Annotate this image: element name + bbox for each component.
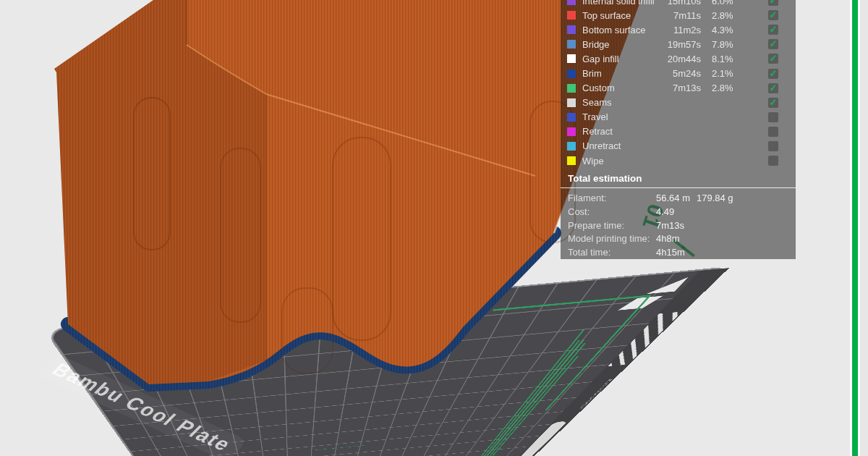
feature-label: Bottom surface (582, 25, 660, 35)
visibility-checkbox[interactable]: ✓ (768, 69, 778, 79)
visibility-checkbox[interactable] (768, 127, 778, 137)
visibility-checkbox[interactable] (768, 156, 778, 166)
estimation-label: Total time: (568, 247, 656, 258)
feature-percent: 7.8% (712, 39, 742, 50)
feature-color-swatch (567, 69, 576, 78)
visibility-checkbox[interactable] (768, 112, 778, 122)
visibility-checkbox[interactable]: ✓ (768, 0, 778, 6)
estimation-row: Prepare time: 7m13s (568, 219, 788, 232)
feature-percent: 2.1% (712, 68, 742, 79)
feature-time: 20m44s (660, 54, 701, 64)
visibility-checkbox[interactable]: ✓ (768, 39, 778, 49)
legend-row: Retract (561, 124, 796, 139)
print-statistics-panel: Internal solid infill 15m10s 6.0% ✓ Top … (561, 0, 796, 259)
estimation-row: Filament: 56.64 m 179.84 g (568, 191, 788, 205)
feature-color-swatch (567, 113, 576, 122)
right-accent-bar (850, 0, 868, 456)
legend-row: Bottom surface 11m2s 4.3% ✓ (561, 22, 796, 37)
visibility-checkbox[interactable]: ✓ (768, 98, 778, 108)
estimation-value: 4.49 (656, 206, 697, 217)
feature-time: 5m24s (660, 68, 701, 79)
estimation-value: 4h8m (656, 233, 697, 244)
visibility-checkbox[interactable] (768, 141, 778, 151)
feature-label: Retract (582, 126, 660, 137)
legend-row: Top surface 7m11s 2.8% ✓ (561, 8, 796, 22)
feature-label: Custom (582, 83, 660, 93)
feature-label: Bridge (582, 39, 660, 50)
feature-label: Travel (582, 111, 660, 122)
feature-color-swatch (567, 98, 576, 107)
feature-time: 15m10s (660, 0, 701, 7)
estimation-value: 4h15m (656, 247, 697, 258)
legend-row: Custom 7m13s 2.8% ✓ (561, 81, 796, 96)
feature-label: Gap infill (582, 54, 660, 64)
feature-percent: 4.3% (712, 25, 742, 35)
estimation-value: 56.64 m (656, 193, 697, 203)
feature-legend: Internal solid infill 15m10s 6.0% ✓ Top … (561, 0, 796, 168)
visibility-checkbox[interactable]: ✓ (768, 83, 778, 93)
feature-time: 7m11s (660, 10, 701, 21)
feature-percent: 2.8% (712, 10, 742, 21)
feature-label: Wipe (582, 156, 660, 166)
feature-time: 7m13s (660, 83, 701, 93)
feature-color-swatch (567, 11, 576, 20)
visibility-checkbox[interactable]: ✓ (768, 10, 778, 20)
feature-percent: 2.8% (712, 83, 742, 93)
legend-row: Seams ✓ (561, 96, 796, 110)
slicer-preview-viewport: BLUE STICK CAN HELP PLA Bambu Cool Plate (0, 0, 868, 456)
feature-color-swatch (567, 25, 576, 34)
feature-color-swatch (567, 40, 576, 48)
legend-row: Bridge 19m57s 7.8% ✓ (561, 37, 796, 51)
total-estimation-title: Total estimation (561, 173, 796, 188)
total-estimation-section: Total estimation Filament: 56.64 m 179.8… (561, 173, 796, 259)
feature-color-swatch (567, 0, 576, 5)
estimation-row: Model printing time: 4h8m (568, 232, 788, 246)
estimation-label: Filament: (568, 193, 656, 203)
estimation-value-2: 179.84 g (697, 193, 733, 203)
feature-color-swatch (567, 84, 576, 93)
legend-row: Brim 5m24s 2.1% ✓ (561, 66, 796, 80)
estimation-value: 7m13s (656, 220, 697, 231)
estimation-row: Cost: 4.49 (568, 205, 788, 219)
feature-label: Internal solid infill (582, 0, 660, 7)
estimation-row: Total time: 4h15m (568, 245, 788, 259)
estimation-label: Prepare time: (568, 220, 656, 231)
feature-percent: 8.1% (712, 54, 742, 64)
feature-label: Seams (582, 97, 660, 108)
feature-percent: 6.0% (712, 0, 742, 7)
feature-label: Unretract (582, 140, 660, 151)
legend-row: Wipe (561, 153, 796, 168)
visibility-checkbox[interactable]: ✓ (768, 25, 778, 35)
feature-time: 11m2s (660, 25, 701, 35)
legend-row: Internal solid infill 15m10s 6.0% ✓ (561, 0, 796, 8)
feature-color-swatch (567, 156, 576, 165)
visibility-checkbox[interactable]: ✓ (768, 54, 778, 64)
legend-row: Gap infill 20m44s 8.1% ✓ (561, 51, 796, 66)
legend-row: Travel (561, 110, 796, 124)
estimation-label: Model printing time: (568, 233, 656, 244)
feature-color-swatch (567, 127, 576, 136)
feature-time: 19m57s (660, 39, 701, 50)
feature-color-swatch (567, 142, 576, 151)
legend-row: Unretract (561, 139, 796, 153)
estimation-label: Cost: (568, 206, 656, 217)
feature-label: Top surface (582, 10, 660, 21)
feature-color-swatch (567, 54, 576, 63)
feature-label: Brim (582, 68, 660, 79)
